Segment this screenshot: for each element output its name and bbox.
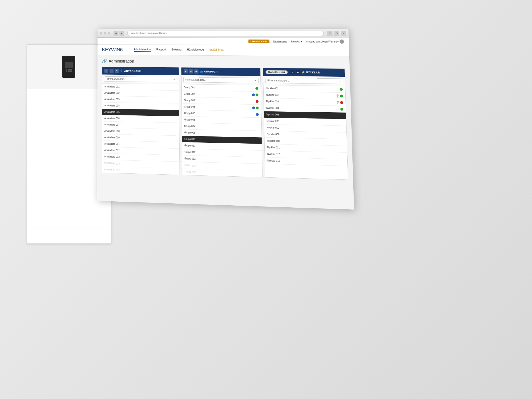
key-3 [70,69,72,70]
status-red [256,100,259,103]
keys-edit-btn[interactable]: ✏ [296,70,300,75]
subscription-link[interactable]: Abonnemang [273,40,287,43]
item-icons: 🔑 [336,94,343,97]
item-label: Användare 003 [104,98,120,100]
users-remove-btn[interactable]: − [109,69,114,73]
browser-icons: ⬡ ⬡ + [327,31,346,36]
page-content: 🔗 Administration + − ✏ 👤 ANVÄNDARE [97,55,353,184]
logo-key: KEY [102,47,111,52]
item-icons [252,93,259,96]
item-label: Användare 011 [104,143,120,145]
item-label: Användare 002 [104,92,120,94]
browser-close-btn[interactable] [100,32,102,35]
key-4 [66,70,67,72]
keys-filter-row: Filtrera användare... ▼ [263,76,345,86]
key-icon: 🔑 [335,100,340,105]
nav-links: Administration Rapport Bokning Händelsel… [134,48,225,52]
overview-pill[interactable]: Nyckelöversikt [266,70,288,74]
browser-address-bar[interactable]: Sök eller skriv in namn på webbplats [127,31,324,36]
browser-forward-btn[interactable]: ▶ [119,31,124,36]
browser-maximize-btn[interactable] [108,32,110,35]
list-item[interactable]: Användare 001 [102,83,179,91]
groups-header-icon: 👥 [200,70,203,73]
browser-nav: ◀ ▶ [114,31,124,36]
item-icons [255,87,258,90]
list-item[interactable]: Nycklar 001 [263,85,345,93]
item-label: Användare 013 [104,162,120,165]
item-label: Nycklar 012 [267,153,280,156]
groups-list: Grupp 001 Grupp 002 Grupp 003 Grupp [182,84,262,177]
item-label: Användare 010 [104,136,120,139]
item-label: Nycklar 001 [266,87,279,90]
app-container: 7 DAGAR KVAR Abonnemang Svenska ▼ Inlogg… [97,38,354,210]
groups-remove-btn[interactable]: − [189,69,193,74]
item-label: Användare 004 [104,104,120,107]
item-label: Nycklar 003 [266,100,279,103]
item-label: Nycklar 010 [267,140,280,143]
device-keypad [66,69,72,72]
list-item[interactable]: Användare 002 [102,90,179,97]
nav-administration[interactable]: Administration [134,48,151,52]
keys-filter-select[interactable]: Filtrera användare... [265,78,343,84]
browser-icon-3[interactable]: + [341,31,346,36]
page-title-text: Administration [109,59,134,64]
item-label: Användare 014 [104,168,120,171]
groups-filter-row: Filtrera användare... ▼ [181,75,260,85]
groups-header-label: GRUPPER [204,70,218,73]
list-item[interactable]: Grupp 001 [182,84,261,92]
nav-rapport[interactable]: Rapport [156,48,166,52]
keys-column: Nyckelöversikt − ✏ 🔑 NYCKLAR Filtrera an… [263,68,348,180]
item-label: Grupp 007 [184,125,195,127]
keys-header-label: NYCKLAR [306,71,320,74]
item-label: Användare 012 [104,149,120,152]
status-green [340,94,343,97]
status-red [340,101,343,104]
item-label: Grupp 008 [184,131,195,134]
columns-container: + − ✏ 👤 ANVÄNDARE Filtrera användare... … [102,67,348,180]
item-icons: 🔑 [336,101,343,104]
device-screen [65,62,73,68]
users-add-btn[interactable]: + [104,69,108,73]
nav-installningar[interactable]: Inställningar [209,48,225,52]
item-icons [256,100,259,103]
app-logo: KEYWIN6 [102,47,123,53]
item-label: Grupp 005 [184,112,195,115]
browser-chrome: ◀ ▶ Sök eller skriv in namn på webbplats… [98,29,349,38]
keys-remove-btn[interactable]: − [290,70,295,75]
groups-filter-wrapper: Filtrera användare... ▼ [183,77,259,83]
item-label: Nycklar 002 [266,94,279,96]
logged-in-user: Inloggad som Johan Wärnelöv [306,39,344,44]
users-filter-select[interactable]: Filtrera användare... [104,76,177,82]
item-label: Användare 001 [104,85,120,88]
browser-back-btn[interactable]: ◀ [114,31,118,36]
groups-edit-btn[interactable]: ✏ [194,69,198,74]
status-green [256,93,259,96]
days-badge: 7 DAGAR KVAR [248,39,270,43]
groups-filter-select[interactable]: Filtrera användare... [183,77,259,83]
item-label: Nycklar 011 [267,146,280,149]
item-label: Grupp 012 [184,157,196,160]
nav-handelselogg[interactable]: Händelselogg [187,48,204,52]
language-selector[interactable]: Svenska ▼ [290,40,303,43]
keys-header-icon: 🔑 [301,71,305,74]
item-label: Användare 012 [104,155,120,158]
item-label: Grupp 011 [184,144,196,147]
users-col-header: + − ✏ 👤 ANVÄNDARE [102,67,179,75]
groups-column: + − ✏ 👥 GRUPPER Filtrera användare... ▼ [181,67,263,177]
keys-col-header: Nyckelöversikt − ✏ 🔑 NYCKLAR [263,68,345,77]
page-title-icon: 🔗 [102,59,107,64]
browser-icon-1[interactable]: ⬡ [327,31,333,36]
key-icon: 🔑 [335,94,340,98]
users-list: Användare 001 Användare 002 Användare 00… [102,83,180,175]
list-item[interactable]: Grupp 002 [182,91,261,98]
logo-win: WIN [111,47,120,52]
browser-icon-2[interactable]: ⬡ [334,31,339,36]
key-6 [70,70,72,72]
users-edit-btn[interactable]: ✏ [115,69,119,73]
item-icons [256,113,259,116]
groups-add-btn[interactable]: + [184,69,188,74]
browser-minimize-btn[interactable] [104,32,106,35]
nav-bokning[interactable]: Bokning [171,48,182,52]
page-title: 🔗 Administration [102,59,345,65]
item-label: Grupp 001 [184,86,195,89]
